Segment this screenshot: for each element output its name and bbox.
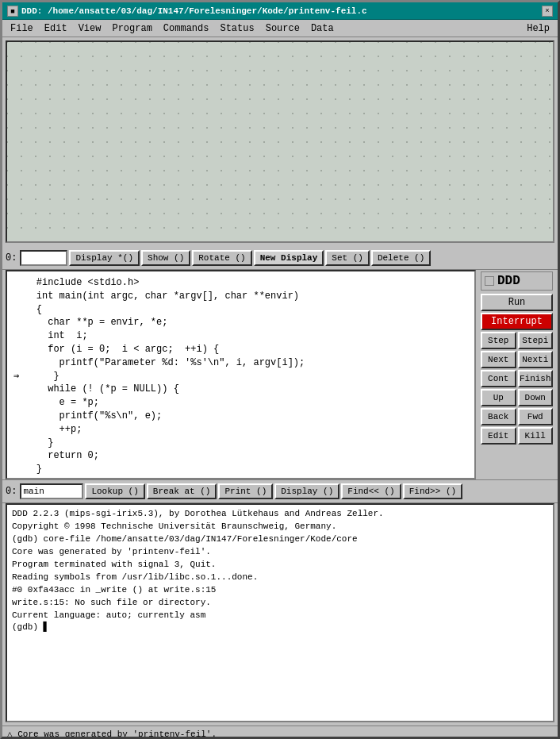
- command-toolbar: 0: Lookup () Break at () Print () Displa…: [2, 479, 558, 503]
- code-line: e = *p;: [13, 396, 468, 410]
- console-line: Reading symbols from /usr/lib/libc.so.1.…: [12, 572, 548, 584]
- code-line: printf("Parameter %d: '%s'\n", i, argv[i…: [13, 356, 468, 370]
- console-prompt: (gdb) ▋: [12, 622, 548, 634]
- close-button[interactable]: ×: [542, 6, 553, 17]
- console-area[interactable]: DDD 2.2.3 (mips-sgi-irix5.3), by Dorothe…: [6, 503, 554, 722]
- run-button[interactable]: Run: [481, 294, 553, 311]
- title-bar: ■ DDD: /home/ansatte/03/dag/IN147/Forele…: [2, 2, 558, 20]
- ddd-label: DDD: [497, 274, 520, 288]
- menu-help[interactable]: Help: [522, 21, 554, 36]
- break-at-button[interactable]: Break at (): [147, 483, 217, 499]
- menu-edit[interactable]: Edit: [40, 21, 72, 36]
- lookup-button[interactable]: Lookup (): [85, 483, 144, 499]
- menu-file[interactable]: File: [6, 21, 38, 36]
- status-text: △ Core was generated by 'printenv-feil'.: [7, 729, 217, 739]
- code-line: for (i = 0; i < argc; ++i) {: [13, 343, 468, 356]
- next-button[interactable]: Next: [481, 351, 516, 368]
- cont-button[interactable]: Cont: [481, 370, 516, 387]
- display-star-button[interactable]: Display *(): [69, 250, 140, 266]
- ddd-indicator: [485, 276, 494, 286]
- code-line: char **p = envir, *e;: [13, 316, 468, 329]
- fwd-button[interactable]: Fwd: [518, 408, 554, 425]
- window-title: DDD: /home/ansatte/03/dag/IN147/Forelesn…: [21, 6, 367, 16]
- code-line: }: [13, 463, 468, 476]
- menu-source[interactable]: Source: [261, 21, 305, 36]
- console-line: Current language: auto; currently asm: [12, 610, 548, 622]
- interrupt-button[interactable]: Interrupt: [481, 313, 553, 330]
- finish-button[interactable]: Finish: [518, 370, 554, 387]
- menu-bar: File Edit View Program Commands Status S…: [2, 20, 558, 37]
- code-line: return 0;: [13, 449, 468, 463]
- console-line: Core was generated by 'printenv-feil'.: [12, 546, 548, 559]
- command-input[interactable]: [20, 483, 83, 499]
- console-line: DDD 2.2.3 (mips-sgi-irix5.3), by Dorothe…: [12, 508, 548, 521]
- menu-status[interactable]: Status: [215, 21, 259, 36]
- ddd-label-box: DDD: [481, 271, 553, 291]
- find-fwd-button[interactable]: Find>> (): [403, 483, 462, 499]
- code-line: ++p;: [13, 423, 468, 437]
- code-line: printf("%s\n", e);: [13, 410, 468, 423]
- menu-data[interactable]: Data: [306, 21, 339, 36]
- code-line: {: [13, 303, 468, 317]
- delete-button[interactable]: Delete (): [371, 250, 431, 266]
- code-panel[interactable]: #include <stdio.h> int main(int argc, ch…: [6, 270, 476, 479]
- code-line: int i;: [13, 329, 468, 343]
- console-line: (gdb) core-file /home/ansatte/03/dag/IN1…: [12, 533, 548, 546]
- status-bar: △ Core was generated by 'printenv-feil'.: [2, 726, 558, 739]
- stepi-button[interactable]: Stepi: [518, 332, 554, 349]
- display-toolbar: 0: Display *() Show () Rotate () New Dis…: [2, 246, 558, 270]
- window-icon[interactable]: ■: [7, 6, 18, 17]
- down-button[interactable]: Down: [518, 389, 554, 406]
- new-display-button[interactable]: New Display: [254, 250, 324, 266]
- code-line: #include <stdio.h>: [13, 276, 468, 290]
- code-line: }: [13, 437, 468, 450]
- kill-button[interactable]: Kill: [518, 427, 554, 445]
- back-button[interactable]: Back: [481, 408, 516, 425]
- command-label: 0:: [6, 486, 17, 497]
- dot-grid-background: [7, 42, 553, 241]
- step-button[interactable]: Step: [481, 332, 516, 349]
- rotate-button[interactable]: Rotate (): [192, 250, 251, 266]
- nexti-button[interactable]: Nexti: [518, 351, 554, 368]
- edit-button[interactable]: Edit: [481, 427, 516, 445]
- code-line: while (! (*p = NULL)) {: [13, 383, 468, 396]
- up-button[interactable]: Up: [481, 389, 516, 406]
- menu-commands[interactable]: Commands: [159, 21, 214, 36]
- find-back-button[interactable]: Find<< (): [341, 483, 401, 499]
- code-line: int main(int argc, char *argv[], char **…: [13, 290, 468, 303]
- set-button[interactable]: Set (): [325, 250, 370, 266]
- console-line: #0 0xfa43acc in _write () at write.s:15: [12, 584, 548, 597]
- menu-program[interactable]: Program: [107, 21, 156, 36]
- code-line-arrow: ⇒ }: [13, 370, 468, 383]
- console-line: write.s:15: No such file or directory.: [12, 597, 548, 610]
- show-button[interactable]: Show (): [141, 250, 190, 266]
- controls-panel: DDD Run Interrupt Step Stepi Next Nexti …: [479, 270, 554, 479]
- print-button[interactable]: Print (): [218, 483, 273, 499]
- data-display-area: [6, 40, 554, 243]
- display-input[interactable]: [20, 250, 67, 266]
- console-line: Program terminated with signal 3, Quit.: [12, 559, 548, 572]
- menu-view[interactable]: View: [74, 21, 106, 36]
- display-button[interactable]: Display (): [274, 483, 339, 499]
- console-line: Copyright © 1998 Technische Universität …: [12, 521, 548, 533]
- display-label: 0:: [6, 252, 17, 264]
- code-controls-area: #include <stdio.h> int main(int argc, ch…: [6, 270, 554, 479]
